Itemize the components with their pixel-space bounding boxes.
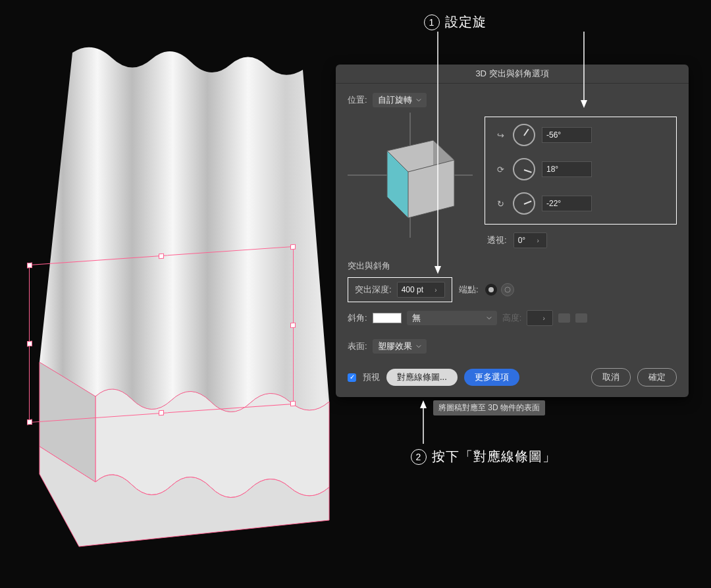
rotation-y-dial[interactable] <box>513 158 535 180</box>
extrude-depth-group: 突出深度: 400 pt › <box>348 277 452 302</box>
cancel-button[interactable]: 取消 <box>591 368 631 387</box>
bevel-value: 無 <box>412 312 421 324</box>
surface-label: 表面: <box>348 340 367 352</box>
axis-y-icon: ⟳ <box>494 163 506 175</box>
svg-point-6 <box>488 287 494 292</box>
surface-value: 塑膠效果 <box>378 340 412 352</box>
perspective-stepper[interactable]: 0° › <box>514 232 547 248</box>
preview-label: 預視 <box>363 371 380 383</box>
map-art-button[interactable]: 對應線條圖... <box>386 369 458 386</box>
bevel-height-value <box>527 317 535 319</box>
ok-button[interactable]: 確定 <box>637 368 677 387</box>
position-dropdown[interactable]: 自訂旋轉 <box>373 93 427 107</box>
artwork-3d-shape <box>0 33 342 573</box>
extrude-depth-stepper[interactable]: 400 pt › <box>397 282 445 298</box>
annotation-text: 設定旋 <box>445 13 487 31</box>
chevron-down-icon <box>416 344 421 349</box>
rotation-x-dial[interactable] <box>513 124 535 146</box>
rotation-inputs-group: ↪ ⟳ ↻ <box>485 117 677 225</box>
section-extrude-title: 突出與斜角 <box>348 260 677 272</box>
perspective-label: 透視: <box>487 234 507 246</box>
bevel-dropdown[interactable]: 無 <box>407 311 497 325</box>
annotation-step-2: 2 按下「對應線條圖」 <box>411 448 556 466</box>
bevel-row: 斜角: 無 高度: › <box>348 310 677 326</box>
preview-checkbox[interactable]: ✓ <box>348 373 356 382</box>
extrude-row: 突出深度: 400 pt › 端點: <box>348 277 677 302</box>
bevel-extent-out-icon <box>575 313 587 323</box>
cap-off-button[interactable] <box>501 283 514 296</box>
canvas: 3D 突出與斜角選項 位置: 自訂旋轉 <box>0 0 711 588</box>
bevel-extent-in-icon <box>558 313 570 323</box>
bevel-swatch <box>373 313 402 323</box>
annotation-step-1: 1 設定旋 <box>424 13 487 31</box>
selection-bounding-box[interactable] <box>29 246 294 423</box>
chevron-down-icon <box>487 315 492 321</box>
cap-on-button[interactable] <box>485 284 497 296</box>
position-value: 自訂旋轉 <box>378 94 412 106</box>
svg-point-7 <box>505 287 510 292</box>
perspective-value: 0° <box>514 234 529 246</box>
position-label: 位置: <box>348 94 367 106</box>
tooltip-map-art: 將圖稿對應至 3D 物件的表面 <box>433 400 545 415</box>
surface-row: 表面: 塑膠效果 <box>348 339 677 354</box>
rotation-z-input[interactable] <box>542 196 592 211</box>
chevron-down-icon <box>416 97 421 103</box>
stepper-right-icon: › <box>535 311 552 325</box>
extrude-depth-value: 400 pt <box>398 284 427 296</box>
axis-x-icon: ↪ <box>494 129 506 141</box>
rotation-y-input[interactable] <box>542 161 592 177</box>
stepper-right-icon[interactable]: › <box>529 233 546 248</box>
rotation-x-input[interactable] <box>542 127 592 143</box>
svg-marker-13 <box>420 400 427 408</box>
dialog-footer: ✓ 預視 對應線條圖... 更多選項 取消 確定 <box>348 368 677 387</box>
more-options-button[interactable]: 更多選項 <box>464 369 519 386</box>
cap-toggle <box>485 283 514 296</box>
stepper-right-icon[interactable]: › <box>427 282 444 297</box>
surface-dropdown[interactable]: 塑膠效果 <box>373 339 427 354</box>
dialog-title: 3D 突出與斜角選項 <box>336 65 689 84</box>
rotation-z-dial[interactable] <box>513 192 535 215</box>
axis-z-icon: ↻ <box>494 198 506 209</box>
annotation-badge: 1 <box>424 14 440 30</box>
rotation-y-row: ⟳ <box>494 158 667 180</box>
bevel-label: 斜角: <box>348 312 367 324</box>
perspective-row: 透視: 0° › <box>487 232 677 248</box>
cap-off-icon <box>504 286 512 294</box>
position-row: 位置: 自訂旋轉 <box>348 93 677 107</box>
annotation-arrow <box>417 399 430 445</box>
dialog-3d-extrude-bevel: 3D 突出與斜角選項 位置: 自訂旋轉 <box>336 65 689 397</box>
extrude-depth-label: 突出深度: <box>355 284 392 296</box>
cap-label: 端點: <box>459 284 479 296</box>
rotation-x-row: ↪ <box>494 124 667 146</box>
bevel-height-label: 高度: <box>502 312 522 324</box>
rotation-cube-preview[interactable] <box>348 113 473 238</box>
annotation-badge: 2 <box>411 449 427 465</box>
annotation-text: 按下「對應線條圖」 <box>432 448 556 466</box>
cap-on-icon <box>487 286 495 294</box>
rotation-z-row: ↻ <box>494 192 667 215</box>
bevel-height-stepper: › <box>527 310 553 326</box>
